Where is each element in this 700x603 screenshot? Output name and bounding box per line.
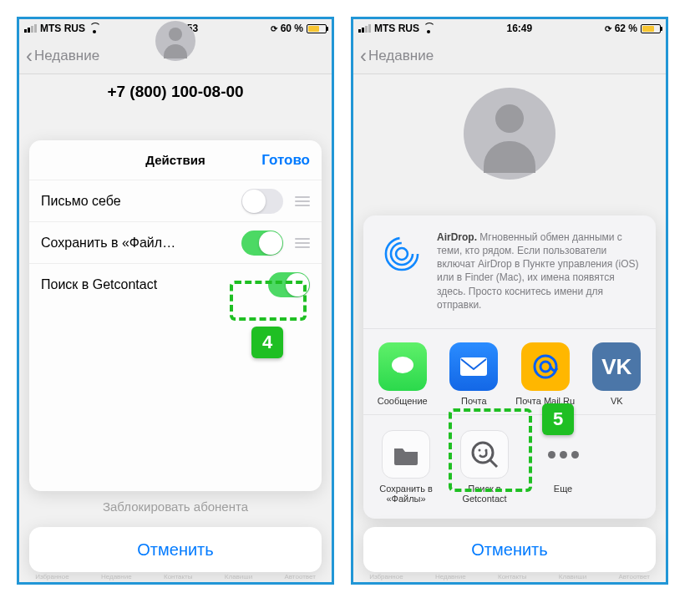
app-label: Почта Mail.Ru	[513, 396, 578, 406]
svg-point-1	[391, 243, 413, 265]
action-label: Поиск в Getcontact	[449, 484, 520, 504]
action-label: Сохранить в «Файлы»	[370, 484, 442, 504]
share-app-mail[interactable]: Почта	[442, 342, 507, 406]
tab-ghost: Автоответ	[618, 573, 649, 580]
app-label: Сообщение	[370, 396, 435, 406]
divider	[363, 414, 656, 415]
tab-ghost: Автоответ	[284, 573, 315, 580]
svg-point-10	[485, 449, 488, 452]
mailru-icon	[521, 342, 570, 391]
tab-ghost: Недавние	[101, 573, 132, 580]
svg-point-6	[540, 362, 550, 372]
blocked-caller-hint: Заблокировать абонента	[29, 499, 322, 519]
action-label: Еще	[527, 484, 599, 494]
tabbar-ghost: Избранное Недавние Контакты Клавиши Авто…	[19, 570, 332, 582]
app-label: Почта	[442, 396, 507, 406]
airdrop-icon[interactable]	[378, 231, 425, 277]
tab-ghost: Клавиши	[225, 573, 252, 580]
action-row-getcontact: Поиск в Getcontact	[29, 264, 322, 306]
ellipsis-icon	[548, 451, 579, 459]
airdrop-row: AirDrop. Мгновенный обмен данными с теми…	[363, 231, 656, 325]
share-app-messages[interactable]: Сообщение	[370, 342, 435, 406]
tab-ghost: Контакты	[498, 573, 527, 580]
share-card: AirDrop. Мгновенный обмен данными с теми…	[363, 215, 656, 519]
airdrop-title: AirDrop.	[437, 231, 477, 243]
action-label: Сохранить в «Файл…	[41, 236, 175, 251]
airdrop-body: Мгновенный обмен данными с теми, кто ряд…	[437, 231, 639, 311]
action-row-email-self: Письмо себе	[29, 180, 322, 222]
divider	[363, 328, 656, 329]
vk-icon: VK	[592, 342, 641, 391]
action-label: Письмо себе	[41, 194, 121, 209]
tab-ghost: Контакты	[164, 573, 193, 580]
share-actions-row: Сохранить в «Файлы» Поиск в Getcontact Е…	[363, 422, 656, 509]
reorder-handle-icon[interactable]	[295, 196, 310, 206]
toggle-getcontact[interactable]	[268, 272, 310, 297]
share-app-mailru[interactable]: Почта Mail.Ru	[513, 342, 578, 406]
share-apps-row: Сообщение Почта Почта Mail.Ru	[363, 336, 656, 411]
screenshots-container: MTS RUS 16:53 ⟳ 60 % ‹ Недавние +7 (800)…	[0, 0, 700, 601]
actions-card: Действия Готово Письмо себе Сохранить в …	[29, 140, 322, 491]
action-label: Поиск в Getcontact	[41, 277, 157, 292]
svg-line-8	[490, 460, 497, 467]
messages-icon	[378, 342, 427, 391]
actions-sheet: Действия Готово Письмо себе Сохранить в …	[29, 140, 322, 572]
tabbar-ghost: Избранное Недавние Контакты Клавиши Авто…	[353, 570, 666, 582]
svg-point-7	[473, 443, 493, 463]
toggle-save-files[interactable]	[241, 231, 283, 256]
svg-point-5	[535, 356, 556, 378]
share-sheet: AirDrop. Мгновенный обмен данными с теми…	[363, 215, 656, 572]
action-save-to-files[interactable]: Сохранить в «Файлы»	[370, 430, 442, 504]
action-getcontact-search[interactable]: Поиск в Getcontact	[449, 430, 520, 504]
app-label: VK	[585, 396, 650, 406]
folder-icon	[382, 430, 430, 479]
tab-ghost: Избранное	[35, 573, 69, 580]
airdrop-description: AirDrop. Мгновенный обмен данными с теми…	[437, 231, 641, 312]
sheet-title: Действия	[145, 153, 205, 167]
tab-ghost: Клавиши	[559, 573, 586, 580]
tab-ghost: Избранное	[369, 573, 403, 580]
cancel-button[interactable]: Отменить	[363, 527, 656, 572]
toggle-email-self[interactable]	[241, 189, 283, 214]
phone-right: MTS RUS 16:49 ⟳ 62 % ‹ Недавние	[351, 17, 668, 585]
more-icon	[539, 430, 587, 479]
getcontact-search-icon	[460, 430, 509, 479]
svg-point-0	[396, 248, 408, 260]
phone-left: MTS RUS 16:53 ⟳ 60 % ‹ Недавние +7 (800)…	[17, 17, 334, 585]
action-more[interactable]: Еще	[527, 430, 599, 504]
sheet-header: Действия Готово	[29, 140, 322, 180]
mail-icon	[449, 342, 498, 391]
tab-ghost: Недавние	[435, 573, 466, 580]
done-button[interactable]: Готово	[261, 152, 310, 169]
svg-point-9	[479, 449, 481, 452]
cancel-button[interactable]: Отменить	[29, 527, 322, 572]
share-app-vk[interactable]: VK VK	[585, 342, 650, 406]
svg-rect-4	[460, 357, 487, 376]
svg-point-3	[392, 357, 413, 373]
reorder-handle-icon[interactable]	[295, 238, 310, 248]
action-row-save-files: Сохранить в «Файл…	[29, 222, 322, 264]
